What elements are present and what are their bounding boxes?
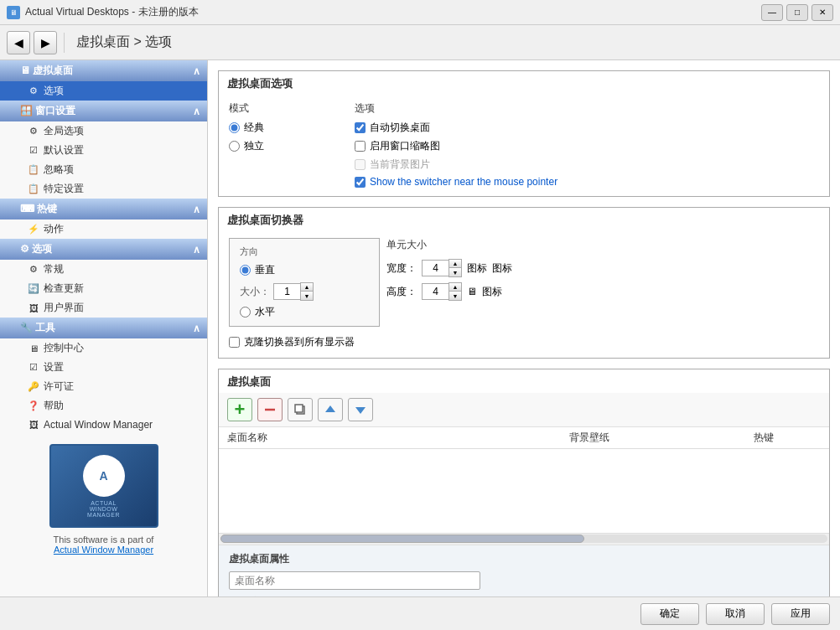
height-label: 高度： <box>386 285 417 299</box>
radio-horizontal-label: 水平 <box>255 305 275 319</box>
height-spinbox[interactable]: 4 ▲ ▼ <box>422 282 462 301</box>
check-show-switcher[interactable]: Show the switcher near the mouse pointer <box>355 176 819 188</box>
check-bg-image[interactable]: 当前背景图片 <box>355 158 819 172</box>
width-input[interactable]: 4 <box>422 260 449 276</box>
product-logo: A <box>83 455 125 497</box>
sidebar-item-default-settings[interactable]: ☑ 默认设置 <box>0 141 207 160</box>
mode-label: 模式 <box>229 101 346 116</box>
desktop-name-input[interactable] <box>229 571 480 590</box>
window-title: Actual Virtual Desktops - 未注册的版本 <box>25 5 199 19</box>
breadcrumb: 虚拟桌面 > 选项 <box>76 34 172 51</box>
specific-icon: 📋 <box>27 183 40 196</box>
vd-scrollbar-thumb[interactable] <box>220 534 584 543</box>
cancel-button[interactable]: 取消 <box>706 603 765 625</box>
sidebar-item-ignore-label: 忽略项 <box>44 163 74 177</box>
radio-classic[interactable]: 经典 <box>229 121 346 135</box>
width-spinbox[interactable]: 4 ▲ ▼ <box>422 259 462 277</box>
radio-standalone-label: 独立 <box>244 139 264 153</box>
sidebar-item-control-label: 控制中心 <box>44 341 84 355</box>
sidebar-item-general-label: 常规 <box>44 262 64 276</box>
width-unit: 图标 <box>467 261 487 276</box>
sidebar-item-help[interactable]: ❓ 帮助 <box>0 396 207 416</box>
actions-icon: ⚡ <box>27 223 40 236</box>
size-up-button[interactable]: ▲ <box>301 283 313 292</box>
app-icon: 🖥 <box>7 6 20 19</box>
sidebar-item-settings[interactable]: ☑ 设置 <box>0 358 207 377</box>
radio-vertical[interactable]: 垂直 <box>240 263 369 277</box>
mode-radio-group: 经典 独立 <box>229 121 346 188</box>
close-button[interactable]: ✕ <box>811 4 833 21</box>
sidebar-item-specific[interactable]: 📋 特定设置 <box>0 179 207 199</box>
width-up-button[interactable]: ▲ <box>449 260 461 268</box>
check-clone[interactable]: 克隆切换器到所有显示器 <box>229 335 819 349</box>
sidebar-section-window-settings[interactable]: 🪟 窗口设置 ∧ <box>0 101 207 121</box>
sidebar-section-options[interactable]: ⚙ 选项 ∧ <box>0 239 207 260</box>
sidebar-item-license[interactable]: 🔑 许可证 <box>0 377 207 396</box>
sidebar-item-actions[interactable]: ⚡ 动作 <box>0 219 207 239</box>
sidebar-item-actions-label: 动作 <box>44 222 64 236</box>
move-down-button[interactable] <box>348 398 373 421</box>
sidebar-item-license-label: 许可证 <box>44 380 74 394</box>
copy-desktop-button[interactable] <box>288 398 313 421</box>
radio-horizontal[interactable]: 水平 <box>240 305 369 319</box>
sidebar-item-actual-wm[interactable]: 🖼 Actual Window Manager <box>0 416 207 434</box>
svg-rect-2 <box>295 405 303 412</box>
collapse-icon-tools: ∧ <box>193 323 200 334</box>
radio-standalone[interactable]: 独立 <box>229 139 346 153</box>
width-label: 宽度： <box>386 261 417 276</box>
ok-button[interactable]: 确定 <box>640 603 699 625</box>
vd-table-toolbar: + <box>219 393 829 427</box>
sidebar-item-ignore[interactable]: 📋 忽略项 <box>0 160 207 179</box>
size-spinbox[interactable]: 1 ▲ ▼ <box>273 282 314 301</box>
check-auto-switch-label: 自动切换桌面 <box>370 121 430 135</box>
height-up-button[interactable]: ▲ <box>449 283 461 292</box>
product-link[interactable]: Actual Window Manager <box>7 545 200 555</box>
vd-scrollbar-track[interactable] <box>220 534 827 543</box>
vd-props-section: 虚拟桌面属性 背景壁纸 热键 标志和其它设置 <box>219 545 829 596</box>
size-down-button[interactable]: ▼ <box>301 292 313 300</box>
add-desktop-button[interactable]: + <box>227 398 252 421</box>
sidebar-item-check-updates[interactable]: 🔄 检查更新 <box>0 279 207 298</box>
actual-wm-icon: 🖼 <box>27 418 40 431</box>
sidebar-item-options[interactable]: ⚙ 选项 <box>0 81 207 101</box>
toolbar-divider <box>64 33 65 53</box>
vd-props-title: 虚拟桌面属性 <box>229 552 819 566</box>
remove-desktop-button[interactable] <box>257 398 283 421</box>
vd-table-body[interactable] <box>219 449 829 533</box>
sidebar-item-global-options[interactable]: ⚙ 全局选项 <box>0 121 207 141</box>
sidebar-section-ws-label: 🪟 窗口设置 <box>20 104 75 118</box>
sidebar-item-user-interface[interactable]: 🖼 用户界面 <box>0 298 207 318</box>
direction-label: 方向 <box>240 245 369 258</box>
apply-button[interactable]: 应用 <box>771 603 830 625</box>
sidebar-item-options-label: 选项 <box>44 84 64 98</box>
main-layout: 🖥 虚拟桌面 ∧ ⚙ 选项 🪟 窗口设置 ∧ ⚙ 全局选项 ☑ 默认设置 📋 忽… <box>0 60 840 596</box>
width-down-button[interactable]: ▼ <box>449 268 461 276</box>
sidebar-item-control-center[interactable]: 🖥 控制中心 <box>0 338 207 358</box>
user-interface-icon: 🖼 <box>27 302 40 315</box>
global-options-icon: ⚙ <box>27 125 40 138</box>
size-input[interactable]: 1 <box>273 283 300 300</box>
vd-scrollbar-area[interactable] <box>219 533 829 545</box>
direction-box: 方向 垂直 大小： 1 ▲ ▼ <box>229 238 380 327</box>
move-up-button[interactable] <box>318 398 343 421</box>
sidebar-item-general[interactable]: ⚙ 常规 <box>0 260 207 279</box>
svg-marker-3 <box>325 405 335 412</box>
check-clone-label: 克隆切换器到所有显示器 <box>244 335 355 349</box>
sidebar-section-tools[interactable]: 🔧 工具 ∧ <box>0 318 207 338</box>
height-down-button[interactable]: ▼ <box>449 292 461 300</box>
title-bar-left: 🖥 Actual Virtual Desktops - 未注册的版本 <box>7 5 199 19</box>
height-input[interactable]: 4 <box>422 283 449 300</box>
sidebar-section-tools-label: 🔧 工具 <box>20 321 55 335</box>
maximize-button[interactable]: □ <box>786 4 808 21</box>
check-window-thumbnail[interactable]: 启用窗口缩略图 <box>355 139 819 153</box>
content-area: 虚拟桌面选项 模式 选项 经典 独立 <box>208 60 840 596</box>
sidebar-section-opt-label: ⚙ 选项 <box>20 242 52 256</box>
sidebar-section-hotkeys[interactable]: ⌨ 热键 ∧ <box>0 199 207 219</box>
sidebar-section-virtual-desktops[interactable]: 🖥 虚拟桌面 ∧ <box>0 60 207 81</box>
back-button[interactable]: ◀ <box>7 31 30 54</box>
sidebar-item-ui-label: 用户界面 <box>44 301 84 315</box>
forward-button[interactable]: ▶ <box>34 31 57 54</box>
check-options-group: 自动切换桌面 启用窗口缩略图 当前背景图片 Show the swit <box>355 121 819 188</box>
minimize-button[interactable]: — <box>761 4 783 21</box>
check-auto-switch[interactable]: 自动切换桌面 <box>355 121 819 135</box>
